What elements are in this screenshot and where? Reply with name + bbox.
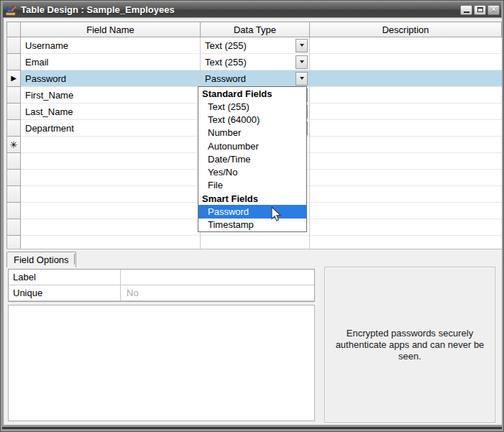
data-type-value: Text (255) <box>205 40 247 51</box>
empty-cell <box>21 186 201 203</box>
field-name-cell[interactable]: First_Name <box>21 87 201 104</box>
description-cell[interactable] <box>310 70 502 87</box>
window-title: Table Design : Sample_Employees <box>21 4 175 15</box>
row-selector[interactable] <box>6 104 21 120</box>
row-selector[interactable] <box>6 186 21 203</box>
dropdown-item[interactable]: Smart Fields <box>198 192 306 205</box>
data-type-value: Text (255) <box>205 57 247 68</box>
field-row[interactable]: Email Text (255) <box>6 54 502 70</box>
window-bottom-edge <box>2 427 502 429</box>
column-header-data-type[interactable]: Data Type <box>201 22 310 37</box>
titlebar[interactable]: Table Design : Sample_Employees ✕ <box>3 2 501 17</box>
current-row-marker: ▶ <box>11 75 17 82</box>
window-controls: ✕ <box>460 5 500 15</box>
field-row[interactable]: Username Text (255) <box>6 37 502 54</box>
data-type-value: Password <box>205 73 246 84</box>
dropdown-item-label: Timestamp <box>208 219 254 230</box>
row-selector[interactable] <box>6 153 21 170</box>
empty-cell <box>310 219 502 236</box>
row-selector[interactable] <box>6 54 21 70</box>
row-selector[interactable] <box>6 170 21 186</box>
option-value[interactable] <box>121 270 314 285</box>
field-name-cell[interactable] <box>21 137 201 153</box>
field-name-cell[interactable]: Username <box>21 37 201 54</box>
description-cell[interactable] <box>310 37 502 54</box>
dropdown-item-label: Number <box>208 127 241 138</box>
column-header-field-name[interactable]: Field Name <box>21 22 201 37</box>
mouse-cursor-icon <box>270 206 285 223</box>
option-label: Label <box>9 270 121 285</box>
maximize-icon <box>477 7 483 12</box>
data-type-dropdown-button[interactable] <box>295 39 308 52</box>
dropdown-item[interactable]: Date/Time <box>198 152 306 165</box>
empty-cell <box>21 236 201 249</box>
options-empty-area <box>8 305 315 421</box>
row-selector[interactable] <box>6 236 21 249</box>
dropdown-arrow-icon <box>300 60 304 63</box>
dropdown-item[interactable]: Password <box>198 205 306 218</box>
tab-separator <box>74 254 75 265</box>
description-cell[interactable] <box>310 54 502 70</box>
empty-cell <box>21 219 201 236</box>
table-design-icon <box>6 4 17 16</box>
column-header-description[interactable]: Description <box>310 22 502 37</box>
minimize-button[interactable] <box>460 5 472 15</box>
row-selector[interactable] <box>6 219 21 236</box>
maximize-button[interactable] <box>474 5 486 15</box>
field-name-cell[interactable]: Password <box>21 70 201 87</box>
empty-cell <box>201 236 310 249</box>
row-selector[interactable] <box>6 87 21 104</box>
empty-cell <box>21 153 201 170</box>
description-cell[interactable] <box>310 87 502 104</box>
dropdown-item-label: Yes/No <box>208 167 237 178</box>
empty-cell <box>21 203 201 219</box>
type-info-text: Encrypted passwords securely authenticat… <box>333 328 487 362</box>
empty-cell <box>310 170 502 186</box>
description-cell[interactable] <box>310 120 502 137</box>
row-selector[interactable]: ▶ <box>6 70 21 87</box>
dropdown-item-label: Smart Fields <box>202 193 258 204</box>
description-cell[interactable] <box>310 104 502 120</box>
new-row-selector[interactable]: ✳ <box>6 137 21 153</box>
row-selector[interactable] <box>6 203 21 219</box>
option-row: Label <box>9 270 314 285</box>
new-row-marker: ✳ <box>10 140 18 150</box>
data-type-dropdown-button[interactable] <box>295 72 308 86</box>
dropdown-item[interactable]: Text (255) <box>198 100 306 113</box>
grid-header-row: Field Name Data Type Description <box>6 22 502 37</box>
empty-cell <box>310 186 502 203</box>
dropdown-item[interactable]: Standard Fields <box>198 87 306 100</box>
dropdown-item[interactable]: Text (64000) <box>198 114 306 127</box>
dropdown-item[interactable]: Yes/No <box>198 166 306 179</box>
empty-cell <box>310 153 502 170</box>
row-selector[interactable] <box>6 37 21 54</box>
field-name-cell[interactable]: Department <box>21 120 201 137</box>
option-label: Unique <box>9 285 121 300</box>
tab-field-options[interactable]: Field Options <box>6 252 76 267</box>
dropdown-item[interactable]: Timestamp <box>198 219 306 231</box>
dropdown-item-label: Password <box>208 206 249 217</box>
description-cell[interactable] <box>310 137 502 153</box>
data-type-cell[interactable]: Password <box>201 70 310 87</box>
field-name-cell[interactable]: Last_Name <box>21 104 201 120</box>
dropdown-item-label: Autonumber <box>208 141 259 152</box>
dropdown-item[interactable]: Number <box>198 127 306 139</box>
field-options-table: Label Unique No <box>8 269 315 302</box>
data-type-cell[interactable]: Text (255) <box>201 54 310 70</box>
empty-grid-row[interactable] <box>6 236 502 249</box>
minimize-icon <box>464 12 469 13</box>
empty-cell <box>310 203 502 219</box>
data-type-dropdown-button[interactable] <box>295 55 308 69</box>
data-type-dropdown-list: Standard Fields Text (255) Text (64000) … <box>198 86 307 232</box>
row-selector[interactable] <box>6 120 21 137</box>
close-button[interactable]: ✕ <box>487 5 500 15</box>
client-area: Field Name Data Type Description Usernam… <box>4 18 502 425</box>
dropdown-item[interactable]: File <box>198 179 306 192</box>
field-name-cell[interactable]: Email <box>21 54 201 70</box>
option-row: Unique No <box>9 285 314 301</box>
option-value[interactable]: No <box>121 285 314 300</box>
table-design-window: Table Design : Sample_Employees ✕ Field … <box>0 0 504 432</box>
field-row[interactable]: ▶ Password Password <box>6 70 502 87</box>
data-type-cell[interactable]: Text (255) <box>201 37 310 54</box>
dropdown-item[interactable]: Autonumber <box>198 139 306 152</box>
